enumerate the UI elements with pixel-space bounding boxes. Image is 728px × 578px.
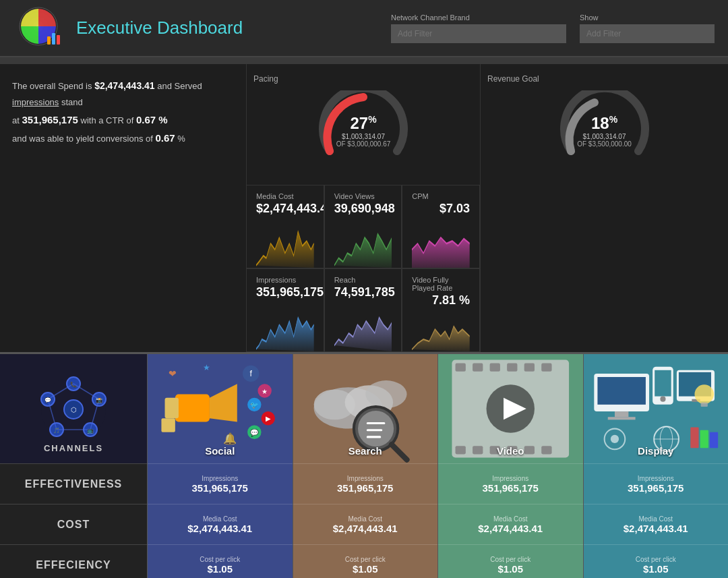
nav-item-effectiveness[interactable]: EFFECTIVENESS	[0, 463, 147, 504]
pacing-panel: Pacing 27% $1,003,314.07 OF $3,000,000.6…	[246, 64, 480, 185]
app-title: Executive Dashboard	[76, 18, 391, 38]
display-impressions-value: 351,965,175	[628, 482, 684, 494]
nav-item-efficiency[interactable]: EFFECIENCY	[0, 544, 147, 578]
search-cpc-value: $1.05	[353, 563, 378, 575]
social-data: Impressions 351,965,175 Media Cost $2,47…	[148, 463, 293, 578]
svg-rect-61	[507, 364, 517, 372]
filter-brand-label: Network Channel Brand	[391, 13, 566, 22]
summary-impressions: 351,965,175	[22, 114, 78, 125]
filter-brand-input[interactable]	[391, 24, 566, 43]
social-media-cost: Media Cost $2,474,443.41	[148, 504, 293, 544]
social-cpc: Cost per click $1.05	[148, 544, 293, 578]
display-name: Display	[638, 445, 673, 457]
svg-text:❤: ❤	[169, 368, 177, 379]
video-cpc-value: $1.05	[497, 563, 523, 575]
search-media-cost: Media Cost $2,474,443.41	[293, 504, 438, 544]
logo-icon	[13, 6, 64, 50]
svg-point-51	[358, 411, 394, 446]
revenue-gauge-text: 18% $1,003,314.07 OF $3,500,000.00	[577, 114, 632, 148]
svg-text:📺: 📺	[87, 427, 94, 434]
revenue-of: OF $3,500,000.00	[577, 140, 632, 148]
metric-value-4: 74,591,785	[334, 285, 392, 299]
search-impressions-value: 351,965,175	[337, 482, 393, 494]
video-cpc: Cost per click $1.05	[438, 544, 583, 578]
social-impressions: Impressions 351,965,175	[148, 463, 293, 504]
social-impressions-value: 351,965,175	[192, 482, 248, 494]
summary-text6: %	[177, 134, 185, 144]
video-media-cost-label: Media Cost	[493, 515, 528, 523]
svg-rect-58	[456, 364, 466, 372]
channel-social: f ★ 🐦 ▶ 💬 ❤ ★ 🔔 Social	[147, 354, 293, 578]
search-data: Impressions 351,965,175 Media Cost $2,47…	[293, 463, 438, 578]
nav-item-cost[interactable]: COST	[0, 504, 147, 544]
display-impressions-label: Impressions	[638, 475, 674, 482]
svg-rect-75	[614, 411, 628, 417]
metric-value-3: 351,965,175	[256, 285, 314, 299]
revenue-title: Revenue Goal	[487, 74, 539, 84]
social-impressions-label: Impressions	[202, 475, 238, 482]
metric-impressions: Impressions 351,965,175	[246, 268, 324, 352]
summary-text1: The overall Spend is	[12, 81, 94, 91]
pacing-of: OF $3,000,000.67	[336, 140, 391, 148]
metric-video-views: Video Views 39,690,948	[324, 185, 402, 268]
channels-icon: 📞 📸 📺 🎵 💬 ⬡	[40, 376, 107, 443]
svg-rect-92	[700, 403, 707, 407]
filter-show-input[interactable]	[580, 24, 715, 43]
channels-header: 📞 📸 📺 🎵 💬 ⬡ CHANNELS	[0, 354, 147, 463]
video-cpc-label: Cost per click	[490, 556, 530, 563]
display-cpc: Cost per click $1.05	[584, 544, 729, 578]
metric-label-1: Video Views	[334, 192, 392, 200]
video-name: Video	[497, 445, 524, 457]
pacing-gauge: 27% $1,003,314.07 OF $3,000,000.67	[316, 90, 411, 171]
svg-text:📸: 📸	[96, 397, 102, 403]
social-name: Social	[205, 445, 235, 457]
svg-text:💬: 💬	[44, 397, 51, 403]
search-impressions: Impressions 351,965,175	[293, 463, 438, 504]
svg-rect-65	[473, 446, 483, 454]
svg-rect-7	[52, 33, 55, 45]
video-data: Impressions 351,965,175 Media Cost $2,47…	[438, 463, 583, 578]
svg-rect-62	[524, 364, 535, 372]
pacing-percent: 27%	[336, 114, 391, 133]
display-cpc-value: $1.05	[643, 563, 669, 575]
video-header-img: Video	[438, 354, 583, 463]
video-impressions-label: Impressions	[492, 475, 528, 482]
display-header-img: Display	[584, 354, 729, 463]
pacing-gauge-text: 27% $1,003,314.07 OF $3,000,000.67	[336, 114, 391, 148]
video-media-cost-value: $2,474,443.41	[478, 523, 543, 534]
metric-chart-3	[256, 303, 314, 351]
svg-text:💬: 💬	[250, 428, 259, 437]
svg-rect-74	[597, 377, 646, 405]
metric-label-4: Reach	[334, 276, 392, 284]
search-cpc: Cost per click $1.05	[293, 544, 438, 578]
video-impressions: Impressions 351,965,175	[438, 463, 583, 504]
metric-value-2: $7.03	[412, 202, 470, 216]
summary-text2: and Served	[157, 81, 202, 91]
svg-rect-69	[541, 446, 551, 454]
search-media-cost-value: $2,474,443.41	[333, 523, 398, 534]
display-media-cost-value: $2,474,443.41	[624, 523, 688, 534]
video-media-cost: Media Cost $2,474,443.41	[438, 504, 583, 544]
metric-chart-0	[256, 219, 314, 268]
display-data: Impressions 351,965,175 Media Cost $2,47…	[584, 463, 729, 578]
metric-label-3: Impressions	[256, 276, 314, 284]
svg-text:★: ★	[262, 388, 268, 395]
summary-spend: $2,474,443.41	[94, 80, 155, 91]
svg-point-84	[610, 435, 618, 443]
svg-rect-78	[655, 370, 671, 397]
svg-point-91	[694, 384, 714, 404]
metric-chart-5	[412, 311, 470, 351]
svg-rect-6	[47, 36, 51, 45]
svg-rect-63	[541, 364, 551, 372]
metric-label-0: Media Cost	[256, 192, 314, 200]
revenue-gauge: 18% $1,003,314.07 OF $3,500,000.00	[557, 90, 652, 171]
display-media-cost: Media Cost $2,474,443.41	[584, 504, 729, 544]
search-header-img: Search	[293, 354, 438, 463]
search-impressions-label: Impressions	[347, 475, 384, 482]
svg-rect-28	[175, 395, 210, 422]
svg-text:🔔: 🔔	[223, 432, 237, 446]
display-media-cost-label: Media Cost	[638, 515, 673, 523]
svg-text:🎵: 🎵	[53, 427, 60, 434]
bottom-section: 📞 📸 📺 🎵 💬 ⬡ CHANNELS EFFECTIVENESS COST …	[0, 354, 728, 578]
metrics-grid: Media Cost $2,474,443.41 Video Views 39,…	[246, 185, 480, 352]
